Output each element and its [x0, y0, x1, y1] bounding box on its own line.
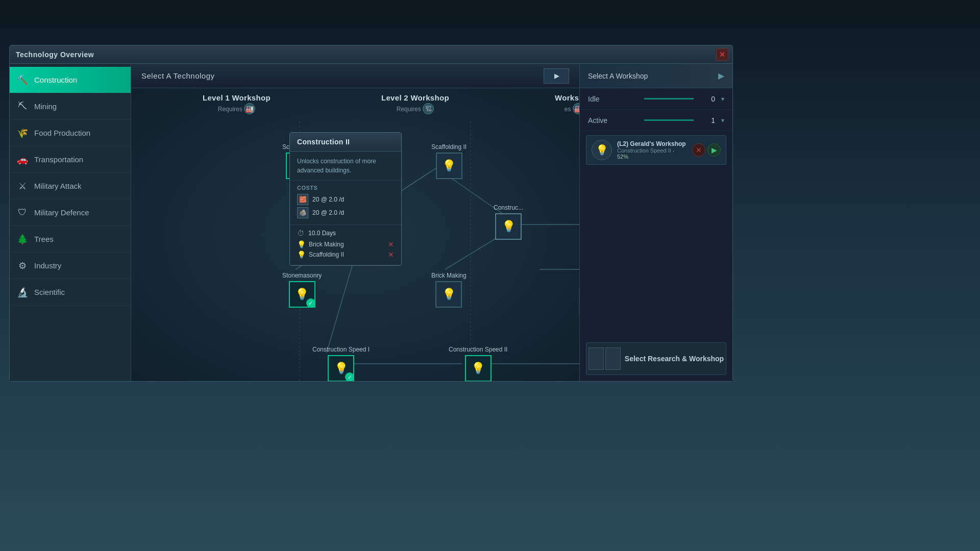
req-bulb-icon-1: 💡 [297, 240, 306, 248]
main-window: Technology Overview ✕ 🔨 Construction ⛏ M… [9, 45, 733, 382]
tech-node-glass-making[interactable]: Glass Making 🔒 [579, 272, 579, 315]
trees-icon: 🌲 [17, 234, 28, 245]
close-button[interactable]: ✕ [716, 48, 728, 61]
sidebar-item-industry[interactable]: ⚙ Industry [10, 253, 131, 279]
title-bar: Technology Overview ✕ [10, 45, 732, 64]
sidebar-label-military-defence: Military Defence [34, 208, 89, 217]
resource-icon-1: 🧱 [297, 194, 308, 205]
sidebar-item-scientific[interactable]: 🔬 Scientific [10, 279, 131, 306]
go-workshop-button[interactable]: ▶ [707, 143, 721, 157]
header-arrow-icon: ▶ [718, 71, 724, 81]
workshop-1-header: Level 1 Workshop Requires 🏭 [203, 93, 271, 114]
workshop-card-info: (L2) Gerald's Workshop Construction Spee… [617, 140, 687, 160]
square-1 [589, 347, 604, 370]
sidebar-item-trees[interactable]: 🌲 Trees [10, 226, 131, 253]
sidebar-item-military-defence[interactable]: 🛡 Military Defence [10, 199, 131, 226]
sidebar-label-industry: Industry [34, 261, 61, 270]
sidebar-item-military-attack[interactable]: ⚔ Military Attack [10, 173, 131, 199]
right-panel: Select A Workshop ▶ Idle 0 ▾ Active 1 ▾ [579, 64, 732, 381]
days-text: 10.0 Days [308, 230, 336, 237]
days-row: ⏱ 10.0 Days [297, 229, 394, 237]
cost-row-1: 🧱 20 @ 2.0 /d [297, 194, 394, 205]
sidebar-item-mining[interactable]: ⛏ Mining [10, 93, 131, 120]
sidebar-item-transportation[interactable]: 🚗 Transportation [10, 146, 131, 173]
tech-icon-scaffolding-ii: 💡 [436, 153, 462, 179]
idle-row: Idle 0 ▾ [580, 88, 732, 110]
tech-label-stonemasonry: Stonemasonry [282, 272, 322, 279]
unlocked-check-3: ✓ [306, 298, 315, 308]
tech-node-construction-ii[interactable]: Construc... 💡 [494, 204, 523, 240]
req-label-brick-making: Brick Making [309, 241, 344, 248]
workshop-card-gerald: 💡 (L2) Gerald's Workshop Construction Sp… [586, 135, 726, 165]
idle-label: Idle [588, 95, 638, 103]
industry-icon: ⚙ [17, 260, 28, 271]
tech-label-brick-making: Brick Making [431, 272, 467, 279]
tech-node-stonemasonry[interactable]: Stonemasonry 💡 ✓ [282, 272, 322, 308]
sidebar-item-construction[interactable]: 🔨 Construction [10, 67, 131, 93]
idle-count: 0 [700, 95, 715, 103]
req-left-scaffolding: 💡 Scaffolding II [297, 251, 344, 259]
req-left-brick: 💡 Brick Making [297, 240, 344, 248]
sidebar: 🔨 Construction ⛏ Mining 🌾 Food Productio… [10, 64, 131, 381]
workshop-card-actions: ✕ ▶ [692, 143, 721, 157]
tech-node-brick-making[interactable]: Brick Making 💡 [431, 272, 467, 308]
tech-icon-stonemasonry: 💡 ✓ [289, 281, 315, 308]
sidebar-label-construction: Construction [34, 76, 77, 84]
sidebar-label-transportation: Transportation [34, 155, 83, 164]
select-technology-label: Select A Technology [141, 71, 215, 80]
tech-node-scaffolding-ii[interactable]: Scaffolding II 💡 [431, 143, 467, 179]
tech-label-construction-ii: Construc... [494, 204, 523, 211]
right-panel-spacer [580, 169, 732, 342]
tech-label-construction-speed-ii: Construction Speed II [449, 346, 507, 353]
workshop-card-sub: Construction Speed II - [617, 147, 687, 154]
tech-node-construction-speed-ii[interactable]: Construction Speed II 💡 52% [449, 346, 507, 381]
cost-text-2: 20 @ 2.0 /d [312, 209, 344, 216]
tech-label-glass-making: Glass Making [579, 272, 579, 286]
tech-tree-header: Select A Technology ▶ [131, 64, 579, 88]
idle-bar [644, 98, 694, 99]
select-research-button[interactable]: Select Research & Workshop [586, 342, 726, 375]
active-bar [644, 119, 694, 121]
tech-icon-glass-making: 🔒 [579, 288, 579, 315]
tooltip-info: ⏱ 10.0 Days 💡 Brick Making ✕ [290, 225, 401, 265]
workshop-2-header: Level 2 Workshop Requires 🏗 [381, 93, 449, 114]
military-defence-icon: 🛡 [17, 207, 28, 218]
sidebar-item-food-production[interactable]: 🌾 Food Production [10, 120, 131, 146]
req-label-scaffolding-ii: Scaffolding II [309, 251, 344, 258]
main-content: Select A Technology ▶ Level 1 Workshop R… [131, 64, 579, 381]
window-title: Technology Overview [16, 51, 94, 59]
workshop-1-title: Level 1 Workshop [203, 93, 271, 102]
req-x-scaffolding-ii: ✕ [388, 251, 394, 259]
tech-icon-brick-making: 💡 [435, 281, 462, 308]
workshop-card-icon: 💡 [592, 140, 612, 160]
sidebar-label-mining: Mining [34, 102, 57, 111]
resource-icon-2: 🪨 [297, 207, 308, 218]
tooltip-construction-ii: Construction II Unlocks construction of … [289, 132, 402, 266]
workshop-2-title: Level 2 Workshop [381, 93, 449, 102]
tech-label-scaffolding-ii: Scaffolding II [431, 143, 467, 151]
idle-dropdown-icon[interactable]: ▾ [721, 95, 724, 103]
active-row: Active 1 ▾ [580, 110, 732, 131]
costs-header: Costs [297, 185, 394, 191]
req-x-brick-making: ✕ [388, 240, 394, 248]
select-research-label: Select Research & Workshop [625, 355, 724, 363]
right-panel-header: Select A Workshop ▶ [580, 64, 732, 88]
select-workshop-label: Select A Workshop [588, 72, 648, 80]
workshop-card-name: (L2) Gerald's Workshop [617, 140, 687, 147]
sidebar-label-scientific: Scientific [34, 288, 65, 296]
active-count: 1 [700, 116, 715, 124]
tech-tree-canvas: Level 1 Workshop Requires 🏭 Level 2 Work… [131, 88, 579, 381]
sidebar-label-trees: Trees [34, 235, 54, 243]
tech-node-construction-speed-i[interactable]: Construction Speed I 💡 ✓ [312, 346, 370, 381]
req-bulb-icon-2: 💡 [297, 251, 306, 259]
sidebar-label-military-attack: Military Attack [34, 182, 82, 190]
cancel-workshop-button[interactable]: ✕ [692, 143, 705, 157]
workshop-3-title: Workshop [555, 93, 579, 102]
requirement-scaffolding-ii: 💡 Scaffolding II ✕ [297, 251, 394, 259]
square-2 [605, 347, 621, 370]
active-dropdown-icon[interactable]: ▾ [721, 117, 724, 124]
workshop-3-header: Workshop es 🏭 [555, 93, 579, 114]
workshop-3-requires: es 🏭 [565, 103, 579, 114]
tech-icon-construction-ii: 💡 [495, 213, 522, 240]
workshop-2-requires: Requires 🏗 [397, 103, 434, 114]
